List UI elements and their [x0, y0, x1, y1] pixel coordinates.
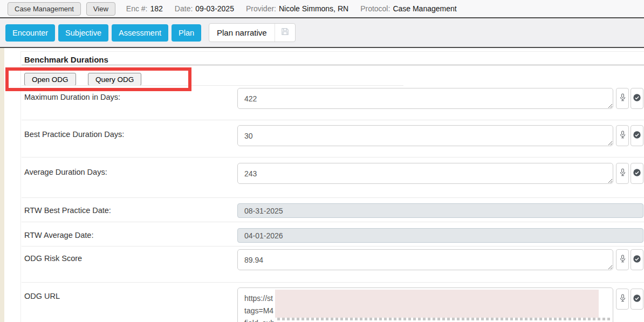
microphone-icon	[619, 168, 626, 179]
max-duration-confirm-button[interactable]	[631, 88, 643, 109]
checkmark-icon	[633, 93, 641, 104]
checkmark-icon	[633, 255, 641, 265]
query-odg-button[interactable]: Query ODG	[88, 73, 141, 86]
row-divider	[22, 282, 644, 283]
average-duration-label: Average Duration Days:	[24, 168, 107, 176]
redaction-overlay	[275, 290, 599, 318]
odg-risk-score-input[interactable]: 89.94	[237, 249, 613, 270]
odg-risk-score-mic-button[interactable]	[616, 249, 629, 270]
max-duration-mic-button[interactable]	[616, 88, 629, 109]
max-duration-input[interactable]: 422	[237, 88, 613, 109]
protocol-label: Protocol:	[360, 4, 390, 13]
top-bar: Case Management View Enc #: 182 Date: 09…	[0, 0, 644, 18]
section-title-underline	[22, 65, 644, 65]
row-divider	[22, 222, 644, 222]
odg-url-confirm-button[interactable]	[631, 289, 643, 310]
encounter-date-label: Date:	[175, 4, 193, 13]
tab-subjective[interactable]: Subjective	[58, 24, 108, 42]
encounter-number-value: 182	[150, 4, 163, 13]
average-duration-mic-button[interactable]	[616, 163, 629, 184]
microphone-icon	[619, 254, 626, 265]
tab-plan[interactable]: Plan	[172, 24, 201, 42]
odg-risk-score-confirm-button[interactable]	[631, 249, 643, 270]
tab-assessment[interactable]: Assessment	[112, 24, 168, 42]
panel-top-border	[20, 51, 644, 52]
protocol-value: Case Management	[393, 4, 456, 13]
rtw-average-date-input[interactable]	[237, 228, 643, 243]
floppy-disk-icon	[280, 27, 290, 38]
microphone-icon	[619, 293, 626, 305]
tab-encounter[interactable]: Encounter	[5, 24, 55, 42]
best-practice-duration-confirm-button[interactable]	[631, 125, 643, 146]
checkmark-icon	[633, 131, 641, 141]
button-row-divider	[22, 85, 403, 86]
best-practice-duration-label: Best Practice Duration Days:	[24, 130, 124, 139]
plan-narrative-button[interactable]: Plan narrative	[209, 24, 275, 42]
row-divider	[22, 197, 644, 198]
encounter-info: Enc #: 182 Date: 09-03-2025 Provider: Ni…	[126, 4, 457, 13]
average-duration-input[interactable]: 243	[237, 163, 613, 184]
case-management-button[interactable]: Case Management	[8, 2, 81, 16]
checkmark-icon	[633, 168, 641, 179]
provider-value: Nicole Simmons, RN	[279, 4, 348, 13]
section-title: Benchmark Durations	[24, 55, 108, 64]
best-practice-duration-mic-button[interactable]	[616, 125, 629, 146]
best-practice-duration-input[interactable]: 30	[237, 125, 613, 146]
save-narrative-button[interactable]	[275, 24, 295, 42]
microphone-icon	[619, 93, 626, 104]
row-divider	[22, 246, 644, 246]
panel-left-border	[20, 51, 21, 322]
average-duration-confirm-button[interactable]	[631, 163, 643, 184]
microphone-icon	[619, 130, 626, 141]
encounter-date-value: 09-03-2025	[195, 4, 234, 13]
odg-url-label: ODG URL	[24, 292, 60, 300]
checkmark-icon	[633, 294, 641, 304]
row-divider	[22, 157, 644, 157]
max-duration-label: Maximum Duration in Days:	[24, 93, 120, 101]
plan-narrative-group: Plan narrative	[209, 23, 296, 42]
provider-info: Provider: Nicole Simmons, RN	[246, 4, 348, 13]
view-button[interactable]: View	[86, 2, 115, 16]
left-margin-strip	[0, 48, 4, 322]
provider-label: Provider:	[246, 4, 276, 13]
protocol-info: Protocol: Case Management	[360, 4, 457, 13]
rtw-best-practice-date-input[interactable]	[237, 203, 643, 218]
redacted-text-fragments	[277, 318, 611, 320]
encounter-date: Date: 09-03-2025	[175, 4, 234, 13]
odg-url-mic-button[interactable]	[616, 289, 629, 310]
rtw-best-practice-date-label: RTW Best Practice Date:	[24, 206, 111, 215]
odg-risk-score-label: ODG Risk Score	[24, 254, 82, 263]
nav-toolbar: Encounter Subjective Assessment Plan Pla…	[0, 18, 644, 48]
encounter-number-label: Enc #:	[126, 4, 148, 13]
rtw-average-date-label: RTW Average Date:	[24, 231, 93, 239]
row-divider	[22, 120, 644, 120]
encounter-number: Enc #: 182	[126, 4, 163, 13]
open-odg-button[interactable]: Open ODG	[24, 73, 76, 86]
